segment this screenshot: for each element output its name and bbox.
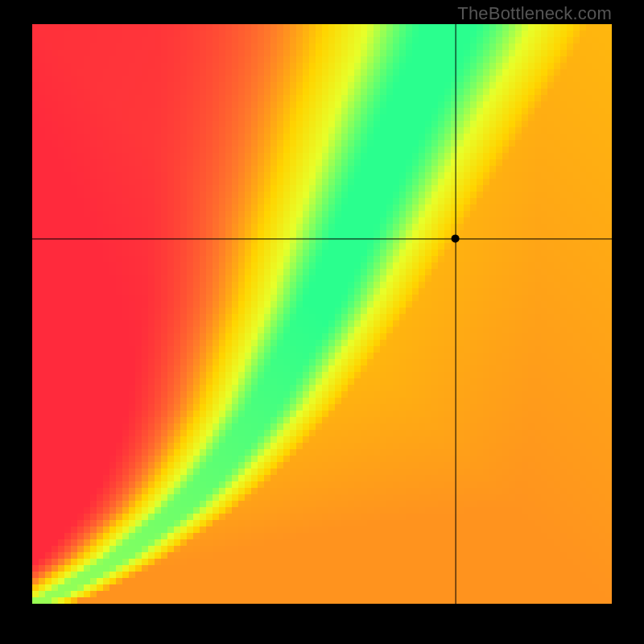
heatmap-canvas <box>32 24 612 604</box>
chart-container: TheBottleneck.com <box>0 0 644 644</box>
attribution-text: TheBottleneck.com <box>457 3 612 24</box>
